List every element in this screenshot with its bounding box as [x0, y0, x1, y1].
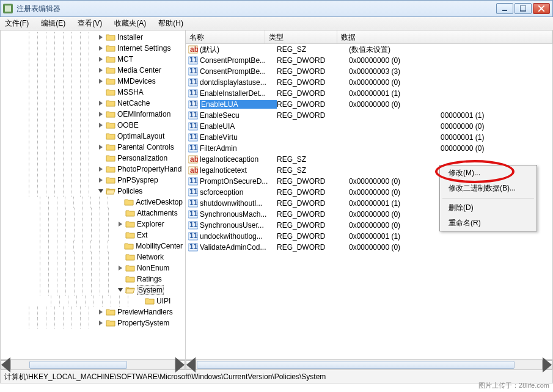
- tree-node[interactable]: Ext: [1, 230, 185, 241]
- tree-node[interactable]: PropertySystem: [1, 318, 185, 328]
- tree-label[interactable]: PhotoPropertyHand: [117, 165, 181, 173]
- tree-node[interactable]: MobilityCenter: [1, 241, 185, 252]
- tree-label[interactable]: ActiveDesktop: [136, 198, 183, 206]
- tree-label[interactable]: PnPSysprep: [117, 176, 158, 184]
- close-button[interactable]: [533, 3, 550, 14]
- value-row[interactable]: EnableInstallerDet...REG_DWORD0x00000001…: [186, 88, 552, 99]
- tree-node[interactable]: PhotoPropertyHand: [1, 164, 185, 175]
- tree-node[interactable]: PreviewHandlers: [1, 307, 185, 318]
- tree-label[interactable]: Policies: [117, 187, 142, 195]
- menu-item[interactable]: 查看(V): [75, 17, 104, 30]
- context-menu-item[interactable]: 修改二进制数据(B)...: [440, 181, 537, 196]
- tree-node[interactable]: Personalization: [1, 153, 185, 164]
- value-row[interactable]: undockwithoutlog...REG_DWORD0x00000001 (…: [186, 231, 552, 242]
- tree-hscrollbar[interactable]: [1, 359, 185, 369]
- tree-label[interactable]: MMDevices: [117, 77, 156, 85]
- value-row[interactable]: EnableLUAREG_DWORD0x00000000 (0): [186, 99, 552, 110]
- tree-node[interactable]: OEMInformation: [1, 109, 185, 120]
- column-type[interactable]: 类型: [265, 31, 337, 43]
- value-row[interactable]: EnableUIA00000000 (0): [186, 121, 552, 132]
- value-row[interactable]: dontdisplaylastuse...REG_DWORD0x00000000…: [186, 77, 552, 88]
- tree-label[interactable]: OEMInformation: [117, 110, 170, 118]
- expand-icon[interactable]: [97, 165, 104, 173]
- collapse-icon[interactable]: [97, 187, 104, 195]
- tree-node[interactable]: Attachments: [1, 208, 185, 219]
- expand-icon[interactable]: [97, 78, 104, 85]
- tree-label[interactable]: Network: [137, 253, 164, 261]
- scroll-right-button[interactable]: [542, 360, 552, 369]
- value-row[interactable]: EnableVirtu00000001 (1): [186, 132, 552, 143]
- registry-tree[interactable]: InstallerInternet SettingsMCTMedia Cente…: [1, 31, 185, 330]
- tree-label[interactable]: Installer: [117, 33, 143, 42]
- list-hscrollbar[interactable]: [186, 359, 552, 369]
- expand-icon[interactable]: [97, 319, 104, 327]
- tree-scroll-track[interactable]: [11, 360, 175, 369]
- tree-node[interactable]: Explorer: [1, 219, 185, 230]
- value-row[interactable]: FilterAdmin00000000 (0): [186, 143, 552, 154]
- expand-icon[interactable]: [97, 34, 104, 41]
- tree-node[interactable]: MSSHA: [1, 87, 185, 98]
- value-row[interactable]: ValidateAdminCod...REG_DWORD0x00000000 (…: [186, 242, 552, 253]
- expand-icon[interactable]: [97, 45, 104, 52]
- menu-item[interactable]: 编辑(E): [38, 17, 68, 30]
- maximize-button[interactable]: [515, 3, 532, 14]
- titlebar[interactable]: 注册表编辑器: [0, 0, 553, 17]
- tree-scroll-thumb[interactable]: [29, 361, 127, 369]
- tree-label[interactable]: MSSHA: [117, 88, 144, 96]
- value-row[interactable]: ConsentPromptBe...REG_DWORD0x00000003 (3…: [186, 66, 552, 77]
- tree-label[interactable]: NetCache: [117, 99, 150, 107]
- tree-node[interactable]: Internet Settings: [1, 43, 185, 54]
- column-data[interactable]: 数据: [337, 31, 552, 43]
- tree-label[interactable]: Ratings: [137, 275, 162, 283]
- context-menu-item[interactable]: 重命名(R): [440, 216, 537, 231]
- context-menu[interactable]: 修改(M)...修改二进制数据(B)...删除(D)重命名(R): [439, 165, 537, 231]
- tree-node[interactable]: OOBE: [1, 120, 185, 131]
- tree-node[interactable]: NetCache: [1, 98, 185, 109]
- expand-icon[interactable]: [117, 264, 124, 272]
- expand-icon[interactable]: [117, 220, 124, 228]
- expand-icon[interactable]: [97, 100, 104, 107]
- tree-node[interactable]: Network: [1, 252, 185, 263]
- tree-label[interactable]: Internet Settings: [117, 44, 170, 53]
- menu-item[interactable]: 帮助(H): [156, 17, 186, 30]
- scroll-left-button[interactable]: [1, 360, 11, 369]
- tree-node[interactable]: NonEnum: [1, 263, 185, 274]
- minimize-button[interactable]: [496, 3, 513, 14]
- tree-node[interactable]: OptimalLayout: [1, 131, 185, 142]
- value-row[interactable]: (默认)REG_SZ(数值未设置): [186, 44, 552, 55]
- expand-icon[interactable]: [97, 176, 104, 184]
- expand-icon[interactable]: [97, 122, 104, 129]
- tree-label[interactable]: PropertySystem: [117, 319, 169, 327]
- expand-icon[interactable]: [97, 67, 104, 74]
- tree-node[interactable]: Parental Controls: [1, 142, 185, 153]
- tree-label[interactable]: Parental Controls: [117, 143, 174, 151]
- tree-node[interactable]: PnPSysprep: [1, 175, 185, 186]
- tree-label[interactable]: Explorer: [137, 220, 164, 228]
- tree-label[interactable]: OOBE: [117, 121, 139, 129]
- column-name[interactable]: 名称: [186, 31, 265, 43]
- expand-icon[interactable]: [97, 56, 104, 63]
- tree-label[interactable]: MobilityCenter: [136, 242, 183, 250]
- value-row[interactable]: ConsentPromptBe...REG_DWORD0x00000000 (0…: [186, 55, 552, 66]
- tree-label[interactable]: PreviewHandlers: [117, 308, 173, 316]
- collapse-icon[interactable]: [117, 286, 124, 294]
- context-menu-item[interactable]: 修改(M)...: [440, 165, 537, 181]
- tree-label[interactable]: System: [137, 285, 164, 295]
- context-menu-item[interactable]: 删除(D): [440, 200, 537, 216]
- menu-item[interactable]: 文件(F): [2, 17, 31, 30]
- tree-node[interactable]: MMDevices: [1, 76, 185, 87]
- scroll-right-button[interactable]: [175, 360, 185, 369]
- tree-label[interactable]: Attachments: [137, 209, 178, 217]
- expand-icon[interactable]: [97, 111, 104, 118]
- tree-label[interactable]: NonEnum: [137, 264, 169, 272]
- menu-item[interactable]: 收藏夹(A): [112, 17, 148, 30]
- expand-icon[interactable]: [97, 143, 104, 151]
- value-row[interactable]: EnableSecuREG_DWORD00000001 (1): [186, 110, 552, 121]
- scroll-left-button[interactable]: [186, 360, 196, 369]
- tree-node[interactable]: Installer: [1, 32, 185, 43]
- tree-node[interactable]: ActiveDesktop: [1, 197, 185, 208]
- value-row[interactable]: legalnoticecaptionREG_SZ: [186, 154, 552, 165]
- tree-node[interactable]: Ratings: [1, 274, 185, 285]
- tree-label[interactable]: Personalization: [117, 154, 167, 162]
- tree-node[interactable]: UIPI: [1, 296, 185, 307]
